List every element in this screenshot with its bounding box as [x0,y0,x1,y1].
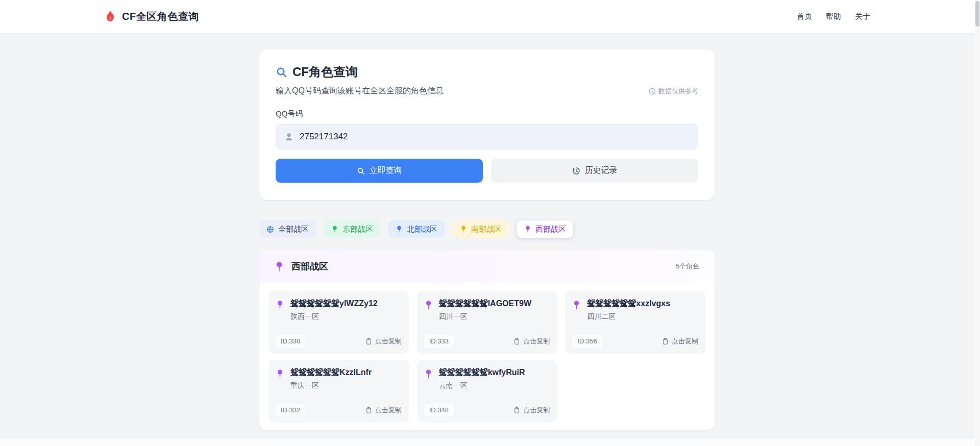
pin-icon [331,226,338,233]
character-name: 鸳鸳鸳鸳鸳鸳lAGOET9W [439,299,531,309]
search-card: CF角色查询 输入QQ号码查询该账号在全区全服的角色信息 数据仅供参考 QQ号码… [259,49,715,200]
character-id-badge: ID:333 [424,335,454,348]
filter-tab[interactable]: 西部战区 [517,220,573,238]
clipboard-icon [365,407,372,414]
filter-tab[interactable]: 全部战区 [259,220,316,238]
copy-button[interactable]: 点击复制 [662,337,698,346]
page-subtitle: 输入QQ号码查询该账号在全区全服的角色信息 [276,86,444,96]
character-pin-icon [424,300,433,310]
history-icon [572,167,580,175]
clipboard-icon [662,338,669,345]
character-region: 云南一区 [439,381,525,390]
character-region: 陕西一区 [290,312,378,321]
filter-tab-label: 北部战区 [407,225,437,234]
pin-icon [460,226,467,233]
clipboard-icon [513,407,520,414]
character-name: 鸳鸳鸳鸳鸳鸳kwfyRuiR [439,367,525,378]
globe-icon [266,226,274,233]
filter-tab[interactable]: 北部战区 [388,220,445,238]
app-header: CF全区角色查询 首页 帮助 关于 [0,0,980,33]
filter-tab-label: 全部战区 [278,225,309,234]
search-button-label: 立即查询 [370,165,402,176]
character-region: 四川二区 [587,312,670,321]
user-icon [285,132,293,141]
nav-link[interactable]: 帮助 [826,12,841,21]
page-scrollbar[interactable] [975,0,980,446]
copy-button-label: 点击复制 [523,406,550,415]
qq-input[interactable]: 2752171342 [276,124,698,150]
zone-filter-tabs: 全部战区 东部战区 北部战区 [259,220,715,238]
nav-link[interactable]: 关于 [855,12,870,21]
zone-section-header: 西部战区 5个角色 [259,250,715,283]
scrollbar-thumb[interactable] [975,1,979,27]
data-notice-label: 数据仅供参考 [658,87,698,96]
brand: CF全区角色查询 [105,10,199,23]
character-id-badge: ID:330 [276,335,305,348]
data-notice: 数据仅供参考 [649,87,698,96]
copy-button[interactable]: 点击复制 [513,337,550,346]
qq-field-label: QQ号码 [276,109,698,119]
filter-tab-label: 南部战区 [471,225,502,234]
character-pin-icon [276,300,284,310]
character-region: 重庆一区 [290,381,372,390]
page-title: CF角色查询 [292,64,358,80]
character-pin-icon [276,369,284,379]
qq-input-value: 2752171342 [300,132,348,142]
filter-tab-label: 东部战区 [342,225,373,234]
character-pin-icon [572,300,581,310]
flame-icon [105,10,116,23]
results-card: 西部战区 5个角色 鸳鸳鸳鸳鸳鸳ylWZZy12 陕西一区 ID:330 [259,250,715,430]
character-card: 鸳鸳鸳鸳鸳鸳ylWZZy12 陕西一区 ID:330 点击复制 [268,291,409,354]
character-region: 四川一区 [439,312,531,321]
character-id-badge: ID:348 [424,404,454,416]
zone-count-badge: 5个角色 [676,262,699,271]
pin-icon [524,226,531,233]
character-card: 鸳鸳鸳鸳鸳鸳KzzlLnfr 重庆一区 ID:332 点击复制 [268,360,409,423]
filter-tab[interactable]: 南部战区 [453,220,509,238]
clipboard-icon [365,338,372,345]
pin-icon [396,226,403,233]
filter-tab[interactable]: 东部战区 [324,220,380,238]
search-button[interactable]: 立即查询 [276,159,483,183]
character-id-badge: ID:332 [276,404,305,416]
copy-button-label: 点击复制 [375,406,402,415]
search-icon [357,167,365,175]
history-button[interactable]: 历史记录 [491,159,698,183]
character-id-badge: ID:356 [572,335,602,348]
character-card: 鸳鸳鸳鸳鸳鸳kwfyRuiR 云南一区 ID:348 点击复制 [417,360,557,423]
character-name: 鸳鸳鸳鸳鸳鸳xxzlvgxs [587,299,670,309]
copy-button[interactable]: 点击复制 [365,406,402,415]
zone-title: 西部战区 [291,260,328,272]
character-name: 鸳鸳鸳鸳鸳鸳KzzlLnfr [290,367,372,378]
zone-pin-icon [275,261,284,272]
character-card: 鸳鸳鸳鸳鸳鸳xxzlvgxs 四川二区 ID:356 点击复制 [565,291,705,354]
clipboard-icon [513,338,520,345]
copy-button[interactable]: 点击复制 [365,337,402,346]
character-card: 鸳鸳鸳鸳鸳鸳lAGOET9W 四川一区 ID:333 点击复制 [417,291,557,354]
character-pin-icon [424,369,433,379]
search-icon [276,66,287,78]
nav-link[interactable]: 首页 [797,12,812,21]
copy-button-label: 点击复制 [375,337,402,346]
filter-tab-label: 西部战区 [535,225,566,234]
main-nav: 首页 帮助 关于 [797,12,870,21]
history-button-label: 历史记录 [585,165,618,176]
footer [0,438,980,446]
copy-button-label: 点击复制 [523,337,550,346]
character-grid: 鸳鸳鸳鸳鸳鸳ylWZZy12 陕西一区 ID:330 点击复制 [259,283,715,430]
character-name: 鸳鸳鸳鸳鸳鸳ylWZZy12 [290,299,378,309]
app-title: CF全区角色查询 [122,10,199,23]
info-icon [649,88,656,95]
copy-button-label: 点击复制 [672,337,698,346]
page-content: CF角色查询 输入QQ号码查询该账号在全区全服的角色信息 数据仅供参考 QQ号码… [259,33,715,430]
copy-button[interactable]: 点击复制 [513,406,550,415]
